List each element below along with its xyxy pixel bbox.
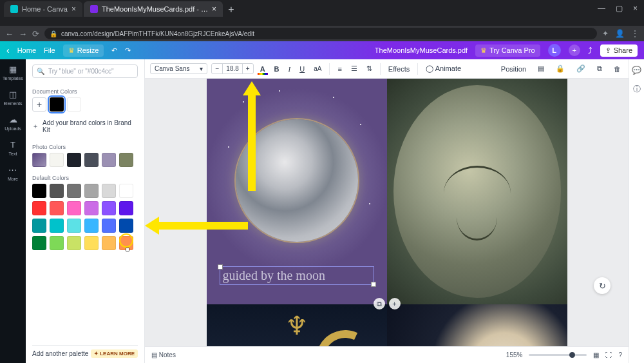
- add-page-button[interactable]: +: [389, 298, 401, 309]
- color-swatch[interactable]: [50, 97, 64, 112]
- notes-button[interactable]: ▤ Notes: [151, 351, 176, 358]
- font-family-select[interactable]: Canva Sans ▾: [150, 63, 207, 74]
- menu-icon[interactable]: ⋮: [631, 29, 639, 38]
- color-swatch[interactable]: [67, 236, 81, 250]
- zoom-level[interactable]: 155%: [506, 351, 523, 358]
- help-icon[interactable]: ?: [618, 351, 622, 358]
- avatar[interactable]: L: [548, 44, 561, 57]
- present-icon[interactable]: ⤴: [588, 46, 592, 55]
- animate-button[interactable]: ◯ Animate: [423, 63, 464, 74]
- color-swatch[interactable]: [50, 184, 64, 198]
- undo-icon[interactable]: ↶: [111, 46, 117, 55]
- back-icon[interactable]: ←: [5, 29, 14, 39]
- position-button[interactable]: Position: [498, 64, 529, 74]
- forward-icon[interactable]: →: [19, 29, 27, 39]
- close-icon[interactable]: ×: [212, 5, 216, 14]
- redo-icon[interactable]: ↷: [125, 46, 131, 55]
- font-size-value[interactable]: 18.8: [222, 64, 242, 74]
- transparency-icon[interactable]: ▤: [535, 63, 547, 74]
- color-swatch[interactable]: [119, 153, 133, 167]
- minimize-icon[interactable]: —: [598, 4, 605, 13]
- file-menu[interactable]: File: [44, 46, 55, 54]
- caption-text[interactable]: guided by the moon: [223, 268, 325, 282]
- color-swatch[interactable]: [102, 236, 116, 250]
- rail-more[interactable]: ⋯More: [8, 165, 18, 181]
- color-swatch[interactable]: [119, 184, 133, 198]
- duplicate-page-button[interactable]: ⧉: [374, 298, 385, 309]
- rail-elements[interactable]: ◫Elements: [3, 90, 22, 106]
- add-brand-colors-link[interactable]: ＋ Add your brand colors in Brand Kit: [32, 119, 138, 133]
- new-tab-button[interactable]: +: [224, 3, 238, 17]
- decrement-button[interactable]: −: [212, 64, 222, 74]
- effects-button[interactable]: Effects: [386, 64, 412, 74]
- color-swatch[interactable]: [32, 201, 46, 215]
- color-swatch[interactable]: [67, 201, 81, 215]
- browser-tab[interactable]: Home - Canva ×: [4, 1, 82, 17]
- card-moon-face[interactable]: [387, 79, 567, 304]
- canvas-stage[interactable]: guided by the moon ♆: [145, 79, 629, 346]
- color-swatch[interactable]: [67, 184, 81, 198]
- back-chevron-icon[interactable]: ‹: [6, 45, 10, 55]
- case-button[interactable]: aA: [311, 64, 324, 74]
- color-swatch[interactable]: [50, 219, 64, 233]
- card-moon-purple[interactable]: guided by the moon: [207, 79, 387, 304]
- color-swatch[interactable]: [67, 219, 81, 233]
- color-swatch[interactable]: [84, 201, 99, 215]
- text-color-button[interactable]: A: [258, 64, 268, 74]
- grid-view-icon[interactable]: ▦: [593, 351, 599, 358]
- color-swatch[interactable]: [119, 201, 133, 215]
- underline-button[interactable]: U: [297, 64, 307, 74]
- align-button[interactable]: ≡: [335, 64, 344, 74]
- share-button[interactable]: ⇪Share: [600, 44, 638, 57]
- list-button[interactable]: ☰: [348, 63, 360, 74]
- bold-button[interactable]: B: [272, 64, 282, 74]
- floating-redo-button[interactable]: ↻: [594, 277, 611, 294]
- font-size-stepper[interactable]: − 18.8 +: [211, 63, 253, 74]
- close-window-icon[interactable]: ×: [633, 4, 638, 13]
- close-icon[interactable]: ×: [71, 5, 76, 14]
- color-swatch[interactable]: [84, 184, 99, 198]
- spacing-button[interactable]: ⇅: [364, 63, 375, 74]
- color-swatch[interactable]: [50, 236, 64, 250]
- color-search-input[interactable]: 🔍 Try "blue" or "#00c4cc": [32, 64, 138, 78]
- rail-text[interactable]: TText: [9, 140, 17, 156]
- comments-icon[interactable]: 💬: [632, 66, 641, 75]
- learn-more-badge[interactable]: ✦ LEARN MORE: [91, 349, 138, 358]
- color-swatch[interactable]: [67, 153, 81, 167]
- add-palette-link[interactable]: Add another palette: [32, 350, 88, 357]
- add-collaborator-button[interactable]: +: [569, 44, 580, 56]
- color-swatch[interactable]: [50, 153, 64, 167]
- color-swatch[interactable]: [50, 201, 64, 215]
- fullscreen-icon[interactable]: ⛶: [605, 351, 612, 358]
- color-swatch[interactable]: [84, 236, 99, 250]
- profile-icon[interactable]: 👤: [615, 29, 625, 38]
- increment-button[interactable]: +: [243, 64, 253, 74]
- text-selection-box[interactable]: guided by the moon: [220, 266, 374, 285]
- rail-templates[interactable]: ▦Templates: [3, 64, 23, 81]
- color-swatch[interactable]: [84, 153, 99, 167]
- photo-thumb-swatch[interactable]: [32, 153, 46, 167]
- browser-tab[interactable]: TheMoonIsMyMuseCards.pdf - … ×: [84, 1, 223, 17]
- color-swatch[interactable]: [84, 219, 99, 233]
- add-color-swatch[interactable]: +: [32, 97, 46, 112]
- color-swatch[interactable]: [67, 97, 81, 112]
- url-field[interactable]: 🔒 canva.com/design/DAFPimTHTFk/KUN4on8Gj…: [44, 28, 597, 39]
- reload-icon[interactable]: ⟳: [32, 29, 39, 39]
- resize-button[interactable]: ♛Resize: [63, 44, 104, 57]
- info-icon[interactable]: ⓘ: [633, 84, 641, 95]
- link-icon[interactable]: 🔗: [574, 63, 588, 74]
- design-page[interactable]: guided by the moon ♆: [207, 79, 567, 346]
- extension-icon[interactable]: ✦: [602, 29, 609, 38]
- zoom-slider[interactable]: [529, 354, 587, 356]
- maximize-icon[interactable]: ▢: [616, 4, 623, 13]
- color-swatch[interactable]: [102, 153, 116, 167]
- card-crescents[interactable]: ♆: [207, 304, 387, 346]
- document-name[interactable]: TheMoonIsMyMuseCards.pdf: [375, 46, 468, 54]
- duplicate-icon[interactable]: ⧉: [594, 63, 605, 74]
- color-swatch[interactable]: [119, 219, 133, 233]
- color-swatch[interactable]: [32, 184, 46, 198]
- try-pro-button[interactable]: ♛Try Canva Pro: [475, 44, 540, 57]
- color-swatch[interactable]: [32, 236, 46, 250]
- home-link[interactable]: Home: [17, 46, 36, 54]
- color-swatch[interactable]: [102, 201, 116, 215]
